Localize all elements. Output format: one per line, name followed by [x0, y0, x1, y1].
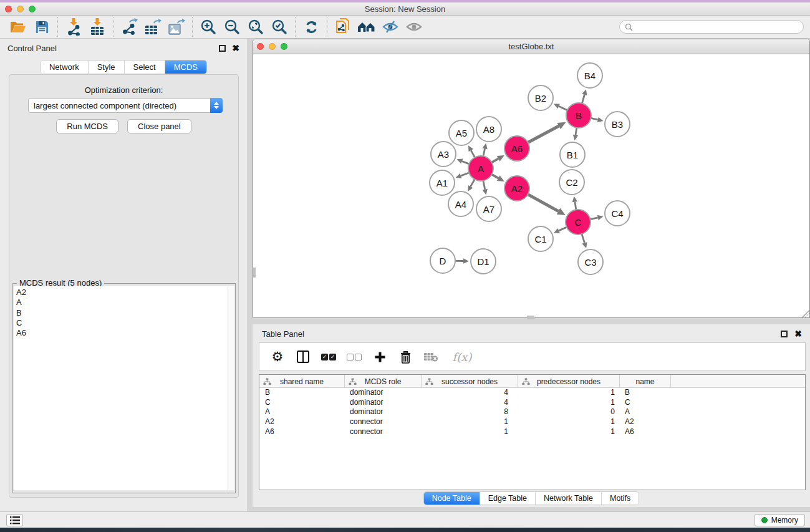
network-resize-grip[interactable] — [802, 310, 809, 317]
table-cell[interactable]: 1 — [518, 417, 620, 427]
zoom-window-button[interactable] — [29, 6, 36, 12]
table-cell[interactable]: dominator — [345, 388, 422, 398]
optimization-criterion-dropdown[interactable]: largest connected component (directed) — [28, 98, 223, 113]
edge-A-A8[interactable] — [483, 148, 485, 156]
mcds-result-item[interactable]: C — [14, 318, 228, 328]
table-cell[interactable]: 8 — [422, 407, 518, 417]
mcds-result-item[interactable]: B — [14, 308, 228, 318]
memory-button[interactable]: Memory — [755, 514, 805, 526]
run-mcds-button[interactable]: Run MCDS — [56, 119, 118, 133]
table-cell[interactable]: A2 — [259, 417, 345, 427]
add-column-button[interactable] — [372, 349, 388, 365]
open-session-button[interactable] — [6, 16, 30, 37]
table-cell[interactable]: A — [259, 407, 345, 417]
zoom-selected-button[interactable] — [268, 16, 291, 37]
network-vscroll-thumb[interactable] — [253, 268, 256, 278]
table-close-panel-icon[interactable]: ✖ — [794, 329, 802, 339]
edge-C-C2[interactable] — [575, 202, 576, 210]
mcds-result-item[interactable]: A6 — [14, 328, 228, 338]
edge-B-B1[interactable] — [576, 128, 577, 135]
zoom-in-button[interactable] — [196, 16, 220, 37]
tab-select[interactable]: Select — [125, 60, 165, 74]
network-from-file-button[interactable] — [331, 16, 355, 37]
table-cell[interactable]: connector — [345, 427, 422, 437]
edge-B-B2[interactable] — [559, 106, 567, 110]
mcds-result-scrollbar[interactable] — [228, 286, 234, 490]
table-cell[interactable]: C — [259, 398, 345, 408]
edge-A-A5[interactable] — [471, 150, 475, 157]
column-header-mcds-role[interactable]: MCDS role — [345, 375, 422, 388]
edge-A-A7[interactable] — [483, 181, 485, 190]
import-network-button[interactable] — [62, 16, 85, 37]
network-graph[interactable]: B4B2BB3A8A5A6A3B1AC2A1A2A4A7C4CC1DD1C3 — [253, 55, 809, 317]
import-table-button[interactable] — [85, 16, 109, 37]
network-minimize-button[interactable] — [269, 43, 276, 50]
tab-mcds[interactable]: MCDS — [165, 60, 206, 74]
table-row[interactable]: Cdominator41C — [259, 398, 805, 408]
table-cell[interactable]: 1 — [518, 388, 620, 398]
table-cell[interactable]: dominator — [345, 398, 422, 408]
delete-table-button[interactable] — [423, 349, 439, 365]
edge-A2-C[interactable] — [528, 195, 559, 211]
table-cell[interactable]: 1 — [518, 427, 620, 437]
edge-A-A1[interactable] — [461, 173, 469, 176]
tab-network-table[interactable]: Network Table — [536, 492, 602, 505]
network-close-button[interactable] — [257, 43, 264, 50]
edge-A6-B[interactable] — [528, 126, 559, 143]
table-cell[interactable]: 4 — [422, 388, 518, 398]
export-image-button[interactable] — [165, 16, 188, 37]
delete-column-button[interactable] — [397, 349, 413, 365]
table-cell[interactable]: connector — [345, 417, 422, 427]
zoom-out-button[interactable] — [220, 16, 244, 37]
close-panel-button[interactable]: Close panel — [127, 119, 191, 133]
table-cell[interactable]: A2 — [620, 417, 671, 427]
network-hscroll-thumb[interactable] — [527, 316, 534, 319]
column-header-successor-nodes[interactable]: successor nodes — [422, 375, 518, 388]
table-cell[interactable]: 1 — [518, 398, 620, 408]
zoom-fit-button[interactable] — [244, 16, 268, 37]
edge-C-C1[interactable] — [559, 227, 567, 231]
edge-A-A3[interactable] — [462, 161, 469, 163]
tab-motifs[interactable]: Motifs — [602, 492, 639, 505]
network-zoom-button[interactable] — [281, 43, 287, 50]
column-header-predecessor-nodes[interactable]: predecessor nodes — [518, 375, 620, 388]
export-network-button[interactable] — [117, 16, 141, 37]
table-cell[interactable]: 4 — [422, 398, 518, 408]
column-header-shared-name[interactable]: shared name — [259, 375, 345, 388]
table-row[interactable]: Bdominator41B — [259, 388, 805, 398]
table-row[interactable]: A6connector11A6 — [259, 427, 805, 437]
close-panel-icon[interactable]: ✖ — [232, 43, 239, 53]
mcds-result-item[interactable]: A — [14, 297, 228, 307]
function-builder-button[interactable]: f(x) — [448, 349, 476, 365]
table-cell[interactable]: 1 — [422, 417, 518, 427]
table-cell[interactable]: dominator — [345, 407, 422, 417]
edge-A-A4[interactable] — [471, 179, 475, 186]
export-table-button[interactable] — [141, 16, 165, 37]
task-history-button[interactable] — [6, 514, 23, 526]
table-cell[interactable]: A6 — [620, 427, 671, 437]
float-panel-icon[interactable] — [219, 45, 226, 52]
table-cell[interactable]: 0 — [518, 407, 620, 417]
column-header-name[interactable]: name — [620, 375, 671, 388]
table-row[interactable]: A2connector11A2 — [259, 417, 805, 427]
mcds-result-item[interactable]: A2 — [14, 288, 228, 297]
refresh-button[interactable] — [299, 16, 323, 37]
edge-A-A6[interactable] — [492, 158, 499, 162]
table-cell[interactable]: A — [620, 407, 671, 417]
tab-edge-table[interactable]: Edge Table — [480, 492, 536, 505]
table-cell[interactable]: A6 — [259, 427, 345, 437]
table-settings-button[interactable]: ⚙ — [269, 349, 286, 365]
houses-button[interactable] — [355, 16, 378, 37]
edge-A-A2[interactable] — [492, 175, 499, 178]
edge-B-B4[interactable] — [582, 95, 584, 104]
table-float-panel-icon[interactable] — [781, 331, 788, 337]
edge-C-C4[interactable] — [591, 218, 598, 220]
column-view-button[interactable] — [295, 349, 311, 365]
edge-C-C3[interactable] — [582, 234, 584, 243]
eye-button[interactable] — [402, 16, 426, 37]
table-cell[interactable]: B — [259, 388, 345, 398]
deselect-all-columns-button[interactable] — [346, 349, 362, 365]
close-window-button[interactable] — [5, 6, 12, 12]
minimize-window-button[interactable] — [17, 6, 24, 12]
tab-node-table[interactable]: Node Table — [424, 492, 480, 505]
